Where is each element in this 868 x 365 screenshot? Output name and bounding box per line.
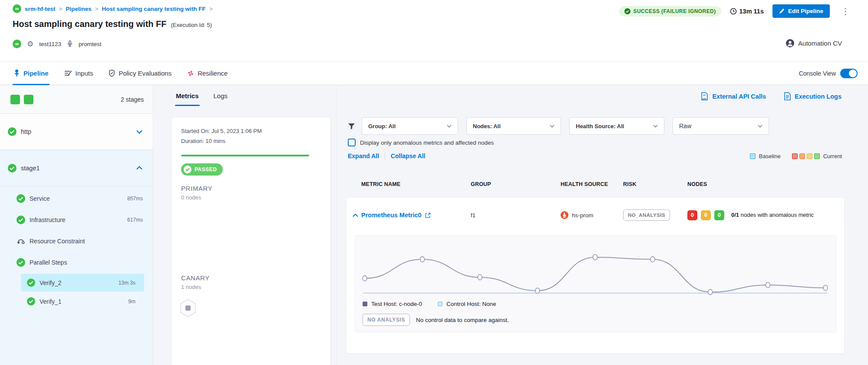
tab-inputs[interactable]: Inputs (63, 62, 94, 85)
canary-node-count: 1 nodes (181, 284, 210, 290)
pipeline-icon (13, 70, 20, 77)
metric-name-link[interactable]: Prometheus Metric0 (361, 212, 471, 219)
metrics-panel: API External API Calls Execution Logs Gr… (336, 85, 868, 365)
divider (385, 152, 385, 160)
primary-group: PRIMARY 0 nodes (181, 185, 212, 201)
chevron-down-icon (550, 125, 554, 128)
tab-metrics[interactable]: Metrics (175, 90, 200, 106)
step-row-verify-2[interactable]: Verify_2 13m 3s (21, 274, 144, 292)
person-icon (786, 39, 794, 47)
step-row-service[interactable]: Service 857ms (0, 188, 153, 209)
tab-policy-evaluations[interactable]: Policy Evaluations (108, 62, 172, 85)
pencil-icon (779, 8, 785, 14)
breadcrumb-separator: > (95, 6, 99, 12)
step-row-infrastructure[interactable]: Infrastructure 617ms (0, 209, 153, 230)
edit-pipeline-button[interactable]: Edit Pipeline (772, 4, 830, 18)
status-badge: SUCCESS (FAILURE IGNORED) (619, 6, 721, 17)
baseline-swatch (750, 153, 756, 159)
collapse-chevron-up-icon[interactable] (353, 213, 358, 217)
kebab-menu-icon[interactable]: ⋮ (838, 7, 852, 16)
metric-table-row: Prometheus Metric0 f1 hs-prom NO_ANALYSI… (347, 198, 844, 232)
external-link-icon[interactable] (425, 212, 431, 218)
stage-square-icon[interactable] (24, 95, 33, 104)
expand-all-link[interactable]: Expand All (348, 153, 379, 159)
summary-card: Started On: Jul 5, 2023 1:06 PM Duration… (172, 117, 330, 365)
breadcrumb-separator: > (59, 6, 63, 12)
filters-row: Group: All Nodes: All Health Source: All… (348, 117, 769, 135)
current-swatches (792, 153, 820, 159)
chevron-down-icon (653, 125, 658, 128)
step-label: Resource Constraint (30, 238, 85, 245)
step-row-resource-constraint[interactable]: Resource Constraint (0, 230, 153, 252)
current-orange-swatch (799, 153, 805, 159)
breadcrumb-project[interactable]: srm-hf-test (25, 6, 56, 12)
metric-chart-legend: Test Host: c-node-0 Control Host: None (363, 301, 496, 307)
col-risk: RISK (623, 181, 687, 187)
breadcrumb-pipelines[interactable]: Pipelines (66, 6, 91, 12)
primary-node-count: 0 nodes (181, 194, 212, 201)
tab-resilience[interactable]: Resilience (186, 62, 228, 85)
resource-constraint-icon (17, 237, 25, 246)
duration: Duration: 10 mins (181, 138, 225, 144)
expand-collapse-row: Expand All Collapse All Baseline Current (348, 151, 842, 161)
stage-row-stage1[interactable]: stage1 (0, 150, 153, 186)
data-mode-dropdown[interactable]: Raw (673, 117, 769, 135)
baseline-label: Baseline (759, 153, 781, 159)
step-duration: 857ms (127, 196, 143, 202)
check-circle-icon (184, 166, 191, 173)
success-check-icon (27, 279, 35, 287)
success-check-icon (8, 164, 17, 173)
health-source-filter-dropdown[interactable]: Health Source: All (569, 117, 664, 135)
verification-summary-panel: Metrics Logs Started On: Jul 5, 2023 1:0… (153, 85, 336, 365)
harness-logo-icon: ∞ (13, 4, 21, 13)
current-label: Current (823, 153, 842, 159)
step-duration: 13m 3s (119, 280, 135, 286)
success-check-icon (17, 258, 25, 267)
control-host-swatch (438, 302, 442, 306)
tab-logs[interactable]: Logs (213, 90, 229, 106)
step-row-parallel-steps[interactable]: Parallel Steps (0, 252, 153, 273)
progress-bar (181, 155, 309, 156)
document-icon (784, 92, 791, 100)
chevron-down-icon[interactable] (136, 130, 142, 134)
chevron-up-icon[interactable] (136, 166, 142, 170)
elapsed-time: 13m 11s (730, 8, 764, 15)
metrics-table-header: METRIC NAME GROUP HEALTH SOURCE RISK NOD… (347, 179, 844, 190)
stage-row-http[interactable]: http (0, 114, 153, 150)
metric-card: Prometheus Metric0 f1 hs-prom NO_ANALYSI… (347, 198, 844, 353)
user-name: Automation CV (798, 40, 842, 47)
nodes-summary: 0/1 nodes with anomalous metric (731, 211, 835, 219)
success-check-icon (17, 194, 25, 203)
collapse-all-link[interactable]: Collapse All (391, 153, 426, 159)
gear-icon: ⚙ (27, 40, 33, 49)
breadcrumb-separator: > (209, 6, 213, 12)
current-red-swatch (792, 153, 798, 159)
execution-logs-link[interactable]: Execution Logs (784, 92, 842, 100)
svg-text:∞: ∞ (15, 41, 19, 47)
console-view-toggle[interactable] (840, 69, 858, 78)
filter-funnel-icon (348, 123, 355, 129)
no-analysis-row: NO ANALYSIS No control data to compare a… (363, 314, 509, 326)
shield-check-icon (109, 70, 115, 77)
tab-pipeline[interactable]: Pipeline (13, 62, 50, 85)
breadcrumb-pipeline-name[interactable]: Host sampling canary testing with FF (102, 6, 206, 12)
log-links: API External API Calls Execution Logs (701, 92, 842, 100)
stage-square-icon[interactable] (10, 95, 20, 104)
step-duration: 9m (128, 299, 135, 305)
stage-label: stage1 (21, 165, 40, 172)
group-filter-dropdown[interactable]: Group: All (362, 117, 458, 135)
nodes-filter-dropdown[interactable]: Nodes: All (466, 117, 561, 135)
success-check-icon (27, 297, 35, 305)
console-view-label: Console View (799, 70, 836, 77)
canary-group: CANARY 1 nodes (181, 274, 210, 290)
external-api-calls-link[interactable]: API External API Calls (701, 92, 766, 100)
success-check-icon (8, 127, 17, 136)
step-row-verify-1[interactable]: Verify_1 9m (21, 292, 144, 310)
anomalous-filter[interactable]: Display only anomalous metrics and affec… (348, 139, 494, 146)
canary-node-hexagon[interactable] (179, 299, 197, 318)
resilience-chaos-icon (187, 70, 194, 77)
main-tabbar: Pipeline Inputs Policy Evaluations Resil… (0, 61, 868, 85)
chart-color-legend: Baseline Current (750, 153, 842, 159)
anomalous-checkbox[interactable] (348, 139, 356, 146)
red-node-count: 0 (687, 210, 697, 220)
